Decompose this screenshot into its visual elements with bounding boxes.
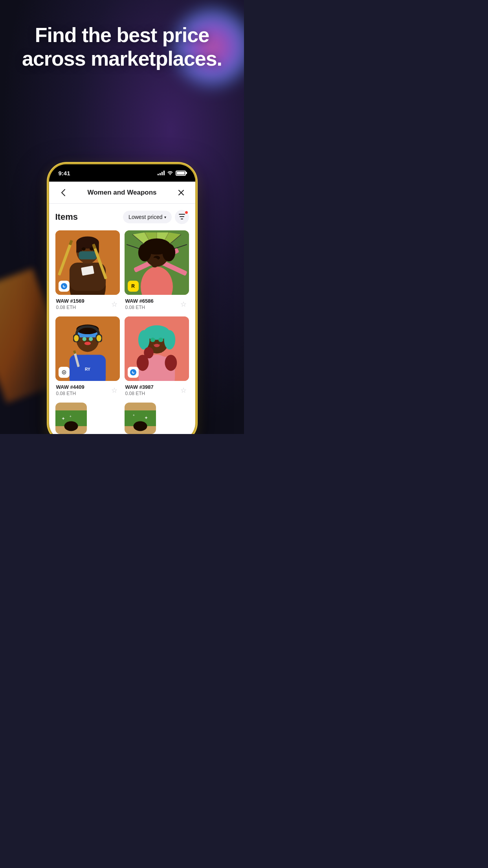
nft-image-4409: RY xyxy=(55,316,120,381)
marketplace-badge-looksrare xyxy=(59,367,70,378)
headline: Find the best price across marketplaces. xyxy=(0,24,244,71)
favorite-button-6586[interactable]: ☆ xyxy=(179,300,188,309)
svg-point-33 xyxy=(158,251,162,254)
svg-point-9 xyxy=(81,247,85,250)
filter-button[interactable] xyxy=(175,210,189,224)
svg-point-55 xyxy=(63,371,64,373)
svg-point-35 xyxy=(150,258,159,268)
filter-active-dot xyxy=(185,211,188,214)
svg-point-67 xyxy=(158,338,163,342)
nft-card-6586[interactable]: R WAW #6586 0.08 ETH ☆ xyxy=(125,230,189,312)
nft-image-3987 xyxy=(125,316,189,381)
filter-controls: Lowest priced ▾ xyxy=(123,210,189,224)
phone-frame: 9:41 xyxy=(48,163,197,434)
wifi-icon xyxy=(167,170,173,176)
back-button[interactable] xyxy=(57,186,70,199)
chevron-down-icon: ▾ xyxy=(164,215,166,219)
items-section: Items Lowest priced ▾ xyxy=(49,204,195,434)
svg-point-47 xyxy=(96,335,101,341)
svg-point-73 xyxy=(64,421,78,431)
nft-card-partial-1[interactable]: ✦ ✦ xyxy=(55,403,120,434)
status-icons xyxy=(158,170,186,176)
items-header: Items Lowest priced ▾ xyxy=(55,210,189,224)
svg-point-60 xyxy=(165,355,177,371)
favorite-button-1569[interactable]: ☆ xyxy=(110,300,119,309)
signal-icon xyxy=(158,171,165,175)
app-content: Women and Weapons Items Lowest priced xyxy=(49,182,195,434)
nft-info-4409: WAW #4409 0.08 ETH ☆ xyxy=(55,381,120,398)
nft-info-6586: WAW #6586 0.08 ETH ☆ xyxy=(125,295,189,312)
status-time: 9:41 xyxy=(59,170,70,177)
favorite-button-3987[interactable]: ☆ xyxy=(179,386,188,395)
battery-icon xyxy=(176,171,186,176)
svg-rect-38 xyxy=(69,355,105,379)
phone-mockup: 9:41 xyxy=(48,163,197,434)
svg-point-50 xyxy=(84,342,90,345)
nft-image-1569 xyxy=(55,230,120,295)
status-bar: 9:41 xyxy=(49,164,195,182)
phone-inner: 9:41 xyxy=(49,164,195,434)
svg-text:✦: ✦ xyxy=(61,416,65,421)
svg-point-30 xyxy=(138,244,151,261)
svg-point-68 xyxy=(154,344,159,347)
svg-rect-8 xyxy=(79,251,96,259)
headline-text: Find the best price across marketplaces. xyxy=(16,24,228,71)
nft-name-4409: WAW #4409 xyxy=(56,384,84,390)
nav-title: Women and Weapons xyxy=(70,189,175,197)
svg-point-49 xyxy=(89,337,93,341)
nav-bar: Women and Weapons xyxy=(49,182,195,204)
svg-point-48 xyxy=(82,337,86,341)
svg-point-65 xyxy=(164,330,175,349)
marketplace-badge-rarible: R xyxy=(128,281,139,292)
svg-point-10 xyxy=(90,247,94,250)
svg-point-31 xyxy=(162,244,175,261)
nft-name-6586: WAW #6586 xyxy=(125,298,154,304)
items-title: Items xyxy=(55,212,78,222)
svg-point-66 xyxy=(150,338,155,342)
nft-name-3987: WAW #3987 xyxy=(125,384,154,390)
nft-card-4409[interactable]: RY xyxy=(55,316,120,398)
nft-image-partial-1: ✦ ✦ xyxy=(55,403,87,434)
nft-image-partial-2: ✦ ✦ xyxy=(125,403,156,434)
filter-icon xyxy=(179,214,185,221)
nft-grid: WAW #1569 0.08 ETH ☆ xyxy=(55,230,189,434)
svg-text:✦: ✦ xyxy=(69,415,72,418)
nft-price-4409: 0.08 ETH xyxy=(56,391,84,396)
favorite-button-4409[interactable]: ☆ xyxy=(110,386,119,395)
svg-rect-6 xyxy=(76,243,82,253)
marketplace-badge-opensea xyxy=(59,281,70,292)
svg-text:✦: ✦ xyxy=(144,415,148,421)
svg-point-64 xyxy=(138,330,149,349)
svg-point-77 xyxy=(133,421,147,431)
sort-label: Lowest priced xyxy=(128,214,162,220)
marketplace-badge-opensea-2 xyxy=(128,367,139,378)
nft-card-1569[interactable]: WAW #1569 0.08 ETH ☆ xyxy=(55,230,120,312)
nft-price-3987: 0.08 ETH xyxy=(125,391,154,396)
close-button[interactable] xyxy=(175,186,187,199)
nft-info-3987: WAW #3987 0.08 ETH ☆ xyxy=(125,381,189,398)
svg-point-32 xyxy=(151,251,155,254)
nft-name-1569: WAW #1569 xyxy=(56,298,84,304)
svg-point-69 xyxy=(144,347,154,359)
nft-image-6586: R xyxy=(125,230,189,295)
nft-card-3987[interactable]: WAW #3987 0.08 ETH ☆ xyxy=(125,316,189,398)
svg-text:RY: RY xyxy=(85,367,90,371)
nft-price-6586: 0.08 ETH xyxy=(125,305,154,310)
svg-point-46 xyxy=(74,335,79,341)
nft-price-1569: 0.08 ETH xyxy=(56,305,84,310)
sort-dropdown[interactable]: Lowest priced ▾ xyxy=(123,211,171,223)
nft-info-1569: WAW #1569 0.08 ETH ☆ xyxy=(55,295,120,312)
svg-text:✦: ✦ xyxy=(132,414,135,417)
nft-card-partial-2[interactable]: ✦ ✦ xyxy=(125,403,189,434)
